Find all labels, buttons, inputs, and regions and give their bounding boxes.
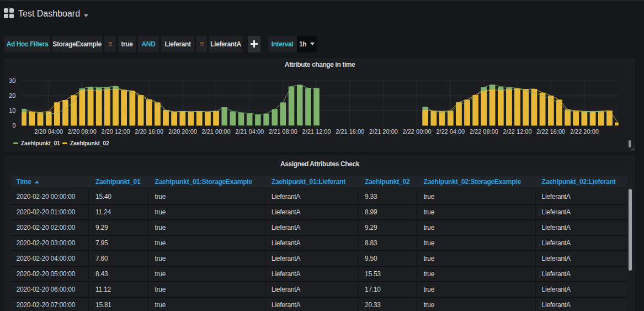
svg-text:20: 20 — [9, 92, 15, 99]
svg-text:2/20 12:00: 2/20 12:00 — [102, 128, 130, 135]
svg-text:Zaehlpunkt_01: Zaehlpunkt_01 — [21, 140, 60, 146]
svg-text:2/20 04:00: 2/20 04:00 — [34, 128, 63, 135]
svg-text:2/22 20:00: 2/22 20:00 — [570, 128, 599, 135]
svg-text:10: 10 — [9, 107, 15, 114]
svg-text:2/20 16:00: 2/20 16:00 — [135, 128, 163, 135]
svg-text:2/20 20:00: 2/20 20:00 — [168, 128, 197, 135]
svg-text:30: 30 — [9, 77, 15, 84]
svg-text:0: 0 — [12, 122, 15, 129]
svg-text:2/21 08:00: 2/21 08:00 — [269, 128, 297, 135]
svg-text:2/21 20:00: 2/21 20:00 — [369, 128, 398, 135]
svg-text:2/21 00:00: 2/21 00:00 — [202, 128, 231, 135]
svg-text:2/22 16:00: 2/22 16:00 — [536, 128, 565, 135]
svg-text:2/22 04:00: 2/22 04:00 — [436, 128, 465, 135]
svg-text:2/21 16:00: 2/21 16:00 — [336, 128, 364, 135]
svg-text:2/20 08:00: 2/20 08:00 — [68, 128, 97, 135]
svg-text:2/21 04:00: 2/21 04:00 — [235, 128, 264, 135]
svg-text:2/22 08:00: 2/22 08:00 — [470, 128, 498, 135]
svg-text:2/22 00:00: 2/22 00:00 — [403, 128, 432, 135]
svg-text:2/22 12:00: 2/22 12:00 — [503, 128, 532, 135]
svg-text:Zaehlpunkt_02: Zaehlpunkt_02 — [70, 140, 109, 146]
svg-text:2/21 12:00: 2/21 12:00 — [302, 128, 331, 135]
